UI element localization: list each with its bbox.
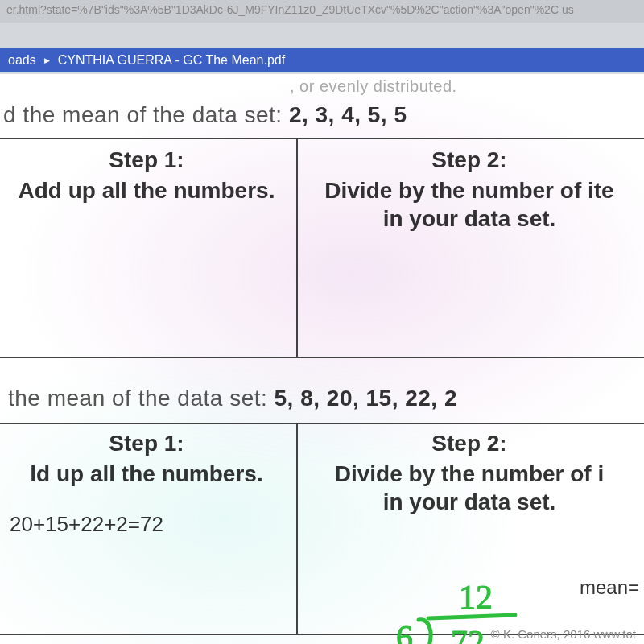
problem1-prefix: d the mean of the data set: <box>3 102 289 127</box>
document-page: , or evenly distributed. d the mean of t… <box>0 74 644 644</box>
problem2-sum-work: 20+15+22+2=72 <box>8 512 285 537</box>
problem2-prefix: the mean of the data set: <box>8 386 275 411</box>
problem1-step2-desc: Divide by the number of ite in your data… <box>306 176 633 233</box>
problem2-step2-cell: Step 2: Divide by the number of i in you… <box>298 424 644 634</box>
problem2-step2-desc: Divide by the number of i in your data s… <box>306 460 633 516</box>
window-gap <box>0 23 644 48</box>
problem1-step1-title: Step 1: <box>8 147 285 173</box>
problem2-steps-table: Step 1: ld up all the numbers. 20+15+22+… <box>0 423 644 635</box>
tab-left-label: oads <box>8 53 36 68</box>
problem2-prompt: the mean of the data set: 5, 8, 20, 15, … <box>0 374 644 423</box>
problem2-step1-title: Step 1: <box>8 431 285 456</box>
url-fragment: er.html?state=%7B"ids"%3A%5B"1D3AkDc-6J_… <box>0 0 644 23</box>
faded-header-text: , or evenly distributed. <box>0 74 644 97</box>
problem1-prompt: d the mean of the data set: 2, 3, 4, 5, … <box>0 97 644 138</box>
problem1-step1-cell: Step 1: Add up all the numbers. <box>0 139 298 357</box>
problem2-step2-title: Step 2: <box>306 431 633 456</box>
problem1-steps-table: Step 1: Add up all the numbers. Step 2: … <box>0 138 644 358</box>
copyright-footer: © K. Coners, 2016 www.tot <box>491 627 636 641</box>
problem2-step1-desc: ld up all the numbers. <box>8 460 285 488</box>
breadcrumb-chevron-icon: ▶ <box>44 56 50 64</box>
mean-equals-label: mean= <box>580 576 639 599</box>
pdf-tab-bar[interactable]: oads ▶ CYNTHIA GUERRA - GC The Mean.pdf <box>0 48 644 72</box>
problem1-step2-cell: Step 2: Divide by the number of ite in y… <box>298 139 644 357</box>
problem1-step1-desc: Add up all the numbers. <box>8 176 285 204</box>
problem1-step2-title: Step 2: <box>306 147 633 173</box>
problem2-step1-cell: Step 1: ld up all the numbers. 20+15+22+… <box>0 424 298 634</box>
pdf-title: CYNTHIA GUERRA - GC The Mean.pdf <box>58 53 285 68</box>
problem2-dataset: 5, 8, 20, 15, 22, 2 <box>275 386 457 411</box>
problem1-dataset: 2, 3, 4, 5, 5 <box>289 102 407 127</box>
